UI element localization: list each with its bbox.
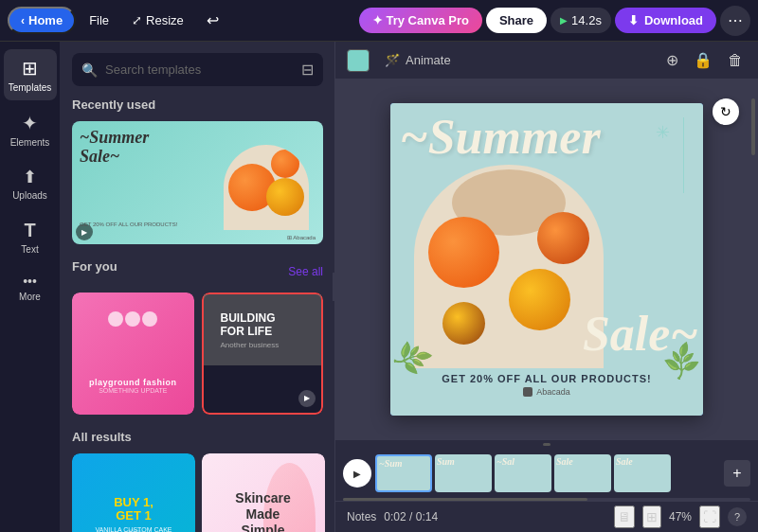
fullscreen-button[interactable]: ⛶ bbox=[699, 505, 720, 528]
person-2 bbox=[125, 311, 140, 327]
try-canva-icon: ✦ bbox=[372, 13, 383, 27]
sidebar-item-uploads[interactable]: ⬆ Uploads bbox=[4, 159, 57, 208]
playground-subtitle: SOMETHING UPDATE bbox=[72, 387, 194, 394]
monitor-view-button[interactable]: 🖥 bbox=[614, 505, 635, 528]
brand-small: ⊞ Abacada bbox=[287, 234, 316, 240]
buy1-title: BUY 1,GET 1 bbox=[114, 496, 153, 523]
more-label: More bbox=[19, 292, 41, 302]
discount-bar: GET 20% OFF ALL OUR PRODUCTS! Abacada bbox=[400, 373, 694, 397]
add-icon: + bbox=[732, 465, 741, 482]
play-icon: ▶ bbox=[560, 15, 568, 26]
wand-icon: 🪄 bbox=[385, 53, 400, 67]
refresh-icon: ↻ bbox=[720, 104, 731, 119]
share-button[interactable]: Share bbox=[486, 8, 547, 33]
recently-used-title: Recently used bbox=[72, 98, 323, 112]
search-bar: 🔍 ⊟ bbox=[61, 42, 334, 98]
undo-button[interactable]: ↩ bbox=[197, 7, 228, 34]
timeline-frame-4[interactable]: Sale bbox=[554, 454, 611, 492]
file-label: File bbox=[89, 13, 109, 27]
help-button[interactable]: ? bbox=[728, 507, 747, 526]
time-display: 0:02 / 0:14 bbox=[384, 510, 438, 523]
playground-title: playground fashion bbox=[72, 378, 194, 387]
template-card-buy1[interactable]: BUY 1,GET 1 VANILLA CUSTOM CAKE bbox=[72, 453, 195, 533]
undo-icon: ↩ bbox=[207, 11, 219, 29]
timeline-frame-3[interactable]: ~Sal bbox=[495, 454, 551, 492]
timeline-frame-2[interactable]: Sum bbox=[435, 454, 492, 492]
trash-icon: 🗑 bbox=[728, 52, 743, 68]
template-card-summer-recent[interactable]: ~SummerSale~ ▶ GET 20% OFF ALL OUR PRODU… bbox=[72, 121, 323, 244]
search-icon: 🔍 bbox=[81, 62, 98, 78]
for-you-section: For you See all playground fashion SO bbox=[61, 259, 334, 430]
notes-button[interactable]: Notes bbox=[347, 510, 376, 523]
search-input-wrap: 🔍 ⊟ bbox=[72, 53, 323, 86]
color-swatch[interactable] bbox=[347, 49, 370, 72]
download-button[interactable]: ⬇ Download bbox=[615, 8, 716, 33]
search-input[interactable] bbox=[105, 62, 294, 77]
sidebar-item-more[interactable]: ••• More bbox=[4, 266, 57, 310]
top-bar: ‹ Home File ⤢ Resize ↩ ✦ Try Canva Pro S… bbox=[0, 0, 758, 42]
add-frame-button[interactable]: + bbox=[724, 460, 750, 487]
template-card-playground[interactable]: playground fashion SOMETHING UPDATE bbox=[72, 293, 194, 415]
grid-view-button[interactable]: ⊞ bbox=[642, 505, 661, 528]
discount-small-text: GET 20% OFF ALL OUR PRODUCTS! bbox=[80, 222, 177, 227]
person-1 bbox=[108, 311, 123, 327]
delete-button[interactable]: 🗑 bbox=[724, 48, 747, 73]
person-3 bbox=[142, 311, 157, 327]
timer-display: 14.2s bbox=[571, 13, 602, 27]
download-label: Download bbox=[644, 13, 703, 27]
sidebar-item-elements[interactable]: ✦ Elements bbox=[4, 104, 57, 155]
sidebar-item-templates[interactable]: ⊞ Templates bbox=[4, 49, 57, 100]
zoom-level: 47% bbox=[669, 510, 692, 523]
templates-label: Templates bbox=[9, 82, 52, 93]
summer-title: ~Summer bbox=[400, 113, 601, 162]
share-label: Share bbox=[499, 13, 533, 27]
timeline-scrollbar[interactable] bbox=[343, 498, 750, 501]
all-results-title: All results bbox=[72, 430, 323, 444]
frame-mini-text-5: Sale bbox=[616, 456, 633, 467]
position-icon: ⊕ bbox=[666, 52, 678, 68]
grid-icon: ⊞ bbox=[646, 509, 658, 524]
canvas-toolbar: 🪄 Animate ⊕ 🔒 🗑 bbox=[335, 42, 758, 80]
frame-mini-text-2: Sum bbox=[437, 456, 455, 467]
uploads-label: Uploads bbox=[12, 190, 47, 201]
design-canvas[interactable]: ✳ ~Summer 🌿 🌿 Sale~ bbox=[390, 103, 703, 416]
text-icon: T bbox=[24, 220, 35, 241]
position-tool-button[interactable]: ⊕ bbox=[662, 47, 682, 73]
abacada-logo bbox=[523, 387, 532, 397]
template-card-skincare[interactable]: SkincareMadeSimple bbox=[202, 453, 325, 533]
monitor-icon: 🖥 bbox=[618, 509, 631, 524]
template-card-building[interactable]: BUILDINGFOR LIFE Another business ▶ bbox=[202, 293, 324, 415]
templates-panel: 🔍 ⊟ Recently used ~SummerSale~ ▶ GET 20%… bbox=[61, 42, 335, 532]
all-results-grid: BUY 1,GET 1 VANILLA CUSTOM CAKE Skincare… bbox=[72, 453, 323, 533]
timeline-play-button[interactable]: ▶ bbox=[343, 459, 371, 488]
timeline-frame-1[interactable]: ~Sum bbox=[375, 454, 432, 492]
sidebar-item-text[interactable]: T Text bbox=[4, 212, 57, 262]
timeline-scrollbar-thumb bbox=[343, 498, 587, 501]
icon-sidebar: ⊞ Templates ✦ Elements ⬆ Uploads T Text … bbox=[0, 42, 61, 532]
try-canva-button[interactable]: ✦ Try Canva Pro bbox=[359, 8, 482, 33]
file-button[interactable]: File bbox=[80, 9, 118, 32]
abacada-text: Abacada bbox=[536, 387, 570, 397]
resize-button[interactable]: ⤢ Resize bbox=[122, 9, 193, 32]
lock-button[interactable]: 🔒 bbox=[690, 47, 716, 73]
for-you-grid: playground fashion SOMETHING UPDATE BUIL… bbox=[72, 293, 323, 415]
more-icon: ••• bbox=[23, 274, 37, 289]
refresh-button[interactable]: ↻ bbox=[713, 98, 739, 125]
more-options-button[interactable]: ⋯ bbox=[720, 6, 750, 36]
time-current: 0:02 bbox=[384, 510, 406, 523]
skincare-title: SkincareMadeSimple bbox=[235, 490, 290, 532]
see-all-link[interactable]: See all bbox=[288, 265, 323, 278]
elements-label: Elements bbox=[10, 137, 50, 148]
fullscreen-icon: ⛶ bbox=[703, 509, 716, 524]
timeline-frame-5[interactable]: Sale bbox=[614, 454, 671, 492]
download-icon: ⬇ bbox=[628, 13, 639, 27]
timeline-area: ▶ ~Sum Sum ~Sal Sale Sa bbox=[335, 439, 758, 501]
animate-button[interactable]: 🪄 Animate bbox=[377, 49, 459, 71]
home-button[interactable]: ‹ Home bbox=[8, 7, 76, 34]
filter-icon[interactable]: ⊟ bbox=[301, 61, 314, 79]
building-subtitle: Another business bbox=[221, 341, 280, 349]
canvas-scrollbar[interactable] bbox=[750, 80, 756, 439]
lock-icon: 🔒 bbox=[694, 52, 713, 68]
recently-used-section: Recently used ~SummerSale~ ▶ GET 20% OFF… bbox=[61, 98, 334, 259]
timer-button[interactable]: ▶ 14.2s bbox=[550, 8, 611, 33]
